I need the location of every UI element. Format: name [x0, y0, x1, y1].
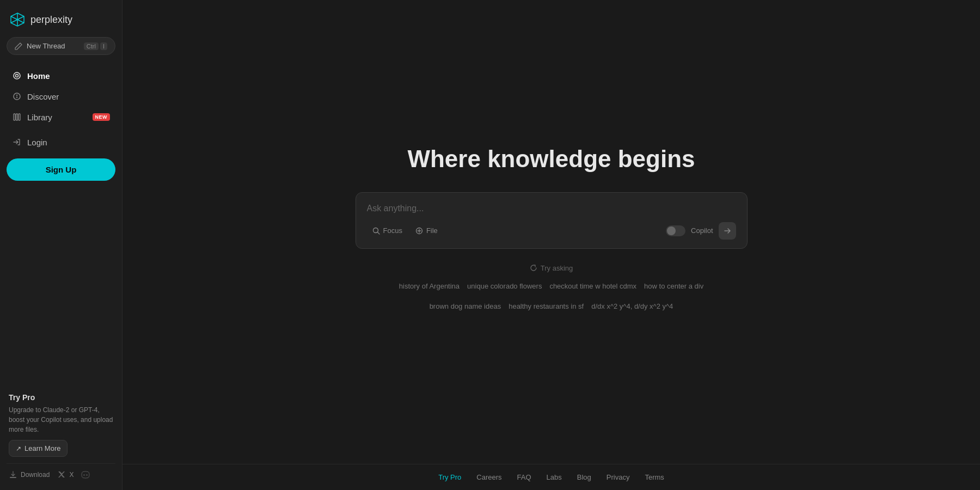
- suggestion-4[interactable]: how to center a div: [643, 280, 705, 292]
- footer-link-faq[interactable]: FAQ: [517, 473, 531, 481]
- svg-marker-7: [16, 95, 18, 98]
- perplexity-logo-icon: [9, 11, 26, 28]
- svg-rect-10: [19, 114, 20, 120]
- keyboard-shortcut: Ctrl I: [84, 42, 107, 50]
- main-footer: Try Pro Careers FAQ Labs Blog Privacy Te…: [122, 464, 980, 490]
- footer-link-careers[interactable]: Careers: [476, 473, 501, 481]
- footer-link-privacy[interactable]: Privacy: [607, 473, 630, 481]
- shortcut-ctrl: Ctrl: [84, 42, 99, 50]
- try-pro-section: Try Pro Upgrade to Claude-2 or GPT-4, bo…: [7, 387, 115, 463]
- discord-icon: [81, 470, 90, 479]
- sidebar-item-library[interactable]: Library NEW: [7, 107, 115, 127]
- footer-link-try-pro[interactable]: Try Pro: [438, 473, 461, 481]
- main-content: Where knowledge begins Focus File Copilo…: [122, 0, 980, 490]
- focus-button[interactable]: Focus: [367, 223, 408, 238]
- svg-point-4: [14, 72, 20, 79]
- try-asking-label[interactable]: Try asking: [530, 264, 573, 272]
- search-toolbar: Focus File Copilot: [367, 222, 736, 240]
- footer-link-labs[interactable]: Labs: [547, 473, 562, 481]
- file-label: File: [426, 226, 438, 235]
- toolbar-right: Copilot: [666, 222, 736, 240]
- refresh-icon: [530, 264, 537, 272]
- footer-twitter[interactable]: X: [57, 470, 74, 479]
- svg-rect-9: [16, 114, 18, 120]
- plus-circle-icon: [415, 227, 423, 235]
- svg-rect-11: [10, 477, 16, 478]
- arrow-right-icon: [724, 227, 731, 235]
- home-icon: [12, 71, 22, 81]
- sidebar-item-home[interactable]: Home: [7, 66, 115, 85]
- focus-label: Focus: [383, 226, 402, 235]
- twitter-icon: [57, 470, 66, 479]
- footer-link-blog[interactable]: Blog: [577, 473, 591, 481]
- edit-icon: [15, 42, 22, 50]
- suggestion-1[interactable]: history of Argentina: [398, 280, 461, 292]
- suggestion-5[interactable]: brown dog name ideas: [428, 300, 503, 313]
- shortcut-i: I: [100, 42, 107, 50]
- hero-title: Where knowledge begins: [407, 145, 695, 173]
- learn-more-label: Learn More: [24, 444, 60, 452]
- try-pro-title: Try Pro: [9, 393, 113, 402]
- sidebar-item-login[interactable]: Login: [7, 132, 115, 152]
- copilot-label: Copilot: [691, 226, 713, 235]
- library-icon: [12, 112, 22, 122]
- download-label: Download: [21, 471, 50, 479]
- try-asking-text: Try asking: [541, 264, 573, 272]
- sign-up-button[interactable]: Sign Up: [7, 158, 115, 181]
- file-button[interactable]: File: [410, 223, 443, 238]
- footer-discord[interactable]: [81, 470, 90, 479]
- login-label: Login: [27, 138, 47, 147]
- twitter-label: X: [69, 471, 74, 479]
- new-thread-button[interactable]: New Thread Ctrl I: [7, 37, 115, 55]
- try-pro-description: Upgrade to Claude-2 or GPT-4, boost your…: [9, 405, 113, 434]
- main-nav: Home Discover Library NEW: [7, 66, 115, 128]
- logo-area: perplexity: [7, 9, 115, 37]
- search-icon: [372, 227, 380, 235]
- sidebar-footer: Download X: [7, 463, 115, 481]
- login-icon: [12, 137, 22, 147]
- download-icon: [9, 470, 17, 479]
- sidebar-item-discover-label: Discover: [27, 92, 59, 101]
- suggestion-2[interactable]: unique colorado flowers: [466, 280, 543, 292]
- new-badge: NEW: [93, 113, 111, 121]
- sidebar-bottom: Try Pro Upgrade to Claude-2 or GPT-4, bo…: [7, 387, 115, 481]
- svg-point-5: [16, 75, 19, 77]
- sidebar: perplexity New Thread Ctrl I Home Discov…: [0, 0, 122, 490]
- footer-download[interactable]: Download: [9, 470, 50, 479]
- search-box: Focus File Copilot: [356, 192, 748, 249]
- logo-text: perplexity: [30, 14, 72, 26]
- suggestion-6[interactable]: healthy restaurants in sf: [507, 300, 585, 313]
- sidebar-item-home-label: Home: [27, 71, 50, 81]
- suggestion-7[interactable]: d/dx x^2 y^4, d/dy x^2 y^4: [590, 300, 674, 313]
- new-thread-label: New Thread: [27, 42, 65, 50]
- try-asking-section: Try asking history of Argentina unique c…: [398, 264, 705, 313]
- suggestion-3[interactable]: checkout time w hotel cdmx: [548, 280, 638, 292]
- submit-button[interactable]: [719, 222, 736, 240]
- suggestions-row-1: history of Argentina unique colorado flo…: [398, 280, 705, 292]
- compass-icon: [12, 91, 22, 101]
- learn-more-button[interactable]: ↗ Learn More: [9, 440, 68, 457]
- suggestions-row-2: brown dog name ideas healthy restaurants…: [428, 300, 675, 313]
- svg-line-13: [377, 232, 379, 234]
- footer-link-terms[interactable]: Terms: [645, 473, 664, 481]
- external-link-icon: ↗: [16, 445, 21, 452]
- sidebar-item-discover[interactable]: Discover: [7, 87, 115, 106]
- search-input[interactable]: [367, 204, 736, 213]
- copilot-toggle[interactable]: [666, 225, 685, 236]
- sidebar-item-library-label: Library: [27, 113, 52, 122]
- svg-rect-8: [14, 114, 15, 120]
